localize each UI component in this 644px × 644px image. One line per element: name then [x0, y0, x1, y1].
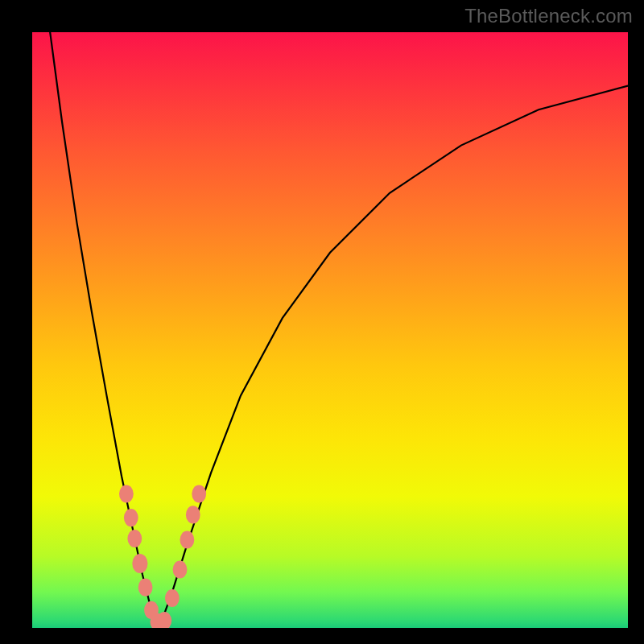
marker-dot [124, 509, 138, 526]
marker-dot [119, 485, 134, 502]
curve-layer [32, 32, 628, 628]
marker-dot [138, 579, 153, 597]
watermark-text: TheBottleneck.com [464, 5, 633, 27]
marker-dot [186, 506, 200, 523]
marker-dot [180, 530, 195, 548]
plot-area [32, 32, 628, 628]
marker-dot [132, 554, 147, 573]
marker-dot [173, 560, 188, 578]
marker-dot [127, 530, 142, 547]
marker-group [119, 485, 206, 628]
curve-right [160, 86, 628, 625]
chart-frame: TheBottleneck.com [0, 0, 644, 644]
marker-dot [165, 589, 180, 607]
marker-dot [192, 485, 206, 502]
